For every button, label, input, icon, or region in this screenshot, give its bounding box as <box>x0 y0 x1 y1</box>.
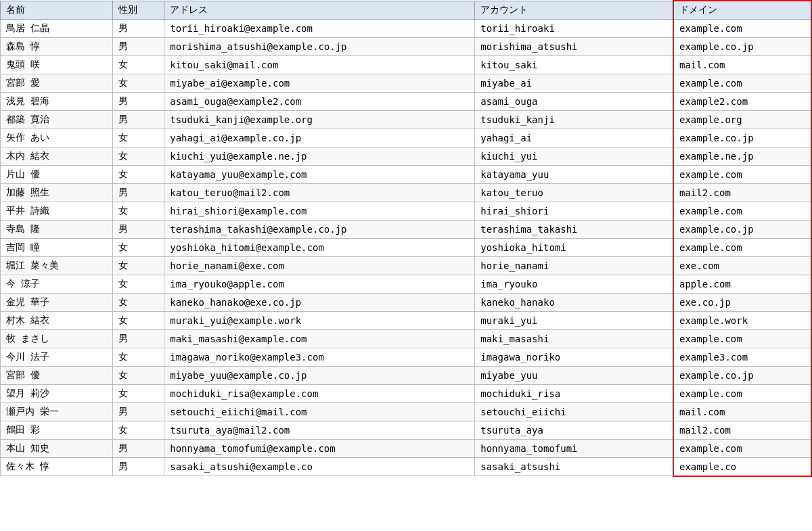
cell-domain: mail2.com <box>673 421 811 440</box>
cell-name: 矢作 あい <box>1 129 113 147</box>
cell-address: kaneko_hanako@exe.co.jp <box>164 294 475 312</box>
cell-account: morishima_atsushi <box>475 38 673 56</box>
cell-gender: 男 <box>112 440 164 458</box>
table-row: 金児 華子女kaneko_hanako@exe.co.jpkaneko_hana… <box>1 294 812 312</box>
cell-account: maki_masashi <box>475 330 673 348</box>
cell-address: miyabe_ai@example.com <box>164 74 475 93</box>
cell-gender: 女 <box>112 166 164 184</box>
cell-name: 平井 詩織 <box>1 202 113 221</box>
cell-account: katayama_yuu <box>475 166 673 184</box>
cell-account: hirai_shiori <box>475 202 673 221</box>
cell-address: hirai_shiori@example.com <box>164 202 475 221</box>
cell-account: mochiduki_risa <box>475 385 673 403</box>
cell-name: 本山 知史 <box>1 440 113 458</box>
cell-name: 寺島 隆 <box>1 221 113 239</box>
cell-gender: 男 <box>112 20 164 38</box>
cell-name: 堀江 菜々美 <box>1 257 113 275</box>
cell-account: sasaki_atsushi <box>475 458 673 476</box>
cell-address: setouchi_eiichi@mail.com <box>164 403 475 421</box>
cell-address: morishima_atsushi@example.co.jp <box>164 38 475 56</box>
header-name: 名前 <box>1 1 113 20</box>
cell-address: horie_nanami@exe.com <box>164 257 475 275</box>
cell-domain: example.com <box>673 166 811 184</box>
cell-account: yahagi_ai <box>475 129 673 147</box>
cell-gender: 女 <box>112 74 164 93</box>
table-row: 本山 知史男honnyama_tomofumi@example.comhonny… <box>1 440 812 458</box>
cell-address: muraki_yui@example.work <box>164 312 475 330</box>
cell-account: terashima_takashi <box>475 221 673 239</box>
cell-domain: example.work <box>673 312 811 330</box>
cell-account: katou_teruo <box>475 184 673 202</box>
data-table: 名前 性別 アドレス アカウント ドメイン 鳥居 仁晶男torii_hiroak… <box>0 0 812 477</box>
header-account: アカウント <box>475 1 673 20</box>
cell-domain: example.ne.jp <box>673 147 811 166</box>
cell-account: setouchi_eiichi <box>475 403 673 421</box>
table-row: 浅見 碧海男asami_ouga@example2.comasami_ougae… <box>1 93 812 111</box>
cell-domain: example.co.jp <box>673 129 811 147</box>
cell-name: 金児 華子 <box>1 294 113 312</box>
cell-domain: example.co.jp <box>673 367 811 385</box>
cell-address: tsuruta_aya@mail2.com <box>164 421 475 440</box>
cell-domain: example.com <box>673 385 811 403</box>
cell-address: yoshioka_hitomi@example.com <box>164 239 475 257</box>
cell-address: imagawa_noriko@example3.com <box>164 348 475 367</box>
cell-gender: 女 <box>112 275 164 294</box>
cell-account: yoshioka_hitomi <box>475 239 673 257</box>
cell-name: 鶴田 彩 <box>1 421 113 440</box>
cell-gender: 女 <box>112 312 164 330</box>
cell-gender: 女 <box>112 367 164 385</box>
cell-gender: 女 <box>112 56 164 74</box>
cell-name: 今 涼子 <box>1 275 113 294</box>
cell-account: imagawa_noriko <box>475 348 673 367</box>
cell-gender: 女 <box>112 257 164 275</box>
header-domain: ドメイン <box>673 1 811 20</box>
header-row: 名前 性別 アドレス アカウント ドメイン <box>1 1 812 20</box>
cell-domain: example.co <box>673 458 811 476</box>
header-gender: 性別 <box>112 1 164 20</box>
cell-address: miyabe_yuu@example.co.jp <box>164 367 475 385</box>
cell-name: 都築 寛治 <box>1 111 113 129</box>
cell-name: 加藤 照生 <box>1 184 113 202</box>
table-row: 佐々木 惇男sasaki_atsushi@example.cosasaki_at… <box>1 458 812 476</box>
cell-domain: example.com <box>673 239 811 257</box>
table-row: 今川 法子女imagawa_noriko@example3.comimagawa… <box>1 348 812 367</box>
cell-account: tsuruta_aya <box>475 421 673 440</box>
cell-domain: example2.com <box>673 93 811 111</box>
table-row: 瀬戸内 栄一男setouchi_eiichi@mail.comsetouchi_… <box>1 403 812 421</box>
cell-gender: 女 <box>112 385 164 403</box>
cell-domain: example.com <box>673 74 811 93</box>
cell-account: kaneko_hanako <box>475 294 673 312</box>
cell-domain: mail.com <box>673 403 811 421</box>
cell-address: sasaki_atsushi@example.co <box>164 458 475 476</box>
table-row: 平井 詩織女hirai_shiori@example.comhirai_shio… <box>1 202 812 221</box>
table-row: 村木 結衣女muraki_yui@example.workmuraki_yuie… <box>1 312 812 330</box>
cell-domain: example.co.jp <box>673 221 811 239</box>
cell-name: 瀬戸内 栄一 <box>1 403 113 421</box>
cell-domain: example.com <box>673 202 811 221</box>
cell-name: 片山 優 <box>1 166 113 184</box>
cell-address: mochiduki_risa@example.com <box>164 385 475 403</box>
cell-name: 宮部 愛 <box>1 74 113 93</box>
cell-name: 望月 莉沙 <box>1 385 113 403</box>
cell-account: miyabe_yuu <box>475 367 673 385</box>
cell-gender: 男 <box>112 458 164 476</box>
table-row: 堀江 菜々美女horie_nanami@exe.comhorie_nanamie… <box>1 257 812 275</box>
table-row: 今 涼子女ima_ryouko@apple.comima_ryoukoapple… <box>1 275 812 294</box>
cell-address: katayama_yuu@example.com <box>164 166 475 184</box>
table-row: 片山 優女katayama_yuu@example.comkatayama_yu… <box>1 166 812 184</box>
cell-gender: 男 <box>112 111 164 129</box>
cell-gender: 男 <box>112 93 164 111</box>
cell-address: torii_hiroaki@example.com <box>164 20 475 38</box>
cell-name: 村木 結衣 <box>1 312 113 330</box>
cell-domain: exe.com <box>673 257 811 275</box>
table-row: 都築 寛治男tsuduki_kanji@example.orgtsuduki_k… <box>1 111 812 129</box>
table-row: 矢作 あい女yahagi_ai@example.co.jpyahagi_aiex… <box>1 129 812 147</box>
cell-gender: 女 <box>112 147 164 166</box>
cell-gender: 男 <box>112 38 164 56</box>
cell-account: tsuduki_kanji <box>475 111 673 129</box>
cell-name: 佐々木 惇 <box>1 458 113 476</box>
table-row: 宮部 優女miyabe_yuu@example.co.jpmiyabe_yuue… <box>1 367 812 385</box>
table-row: 加藤 照生男katou_teruo@mail2.comkatou_teruoma… <box>1 184 812 202</box>
cell-name: 吉岡 瞳 <box>1 239 113 257</box>
table-row: 宮部 愛女miyabe_ai@example.commiyabe_aiexamp… <box>1 74 812 93</box>
